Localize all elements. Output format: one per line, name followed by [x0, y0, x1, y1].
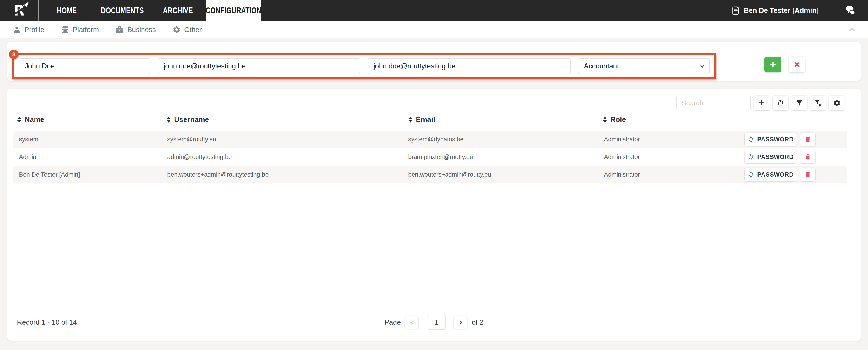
filter-remove-icon [814, 99, 822, 107]
gear-icon [833, 99, 841, 107]
role-select[interactable]: Accountant [578, 58, 710, 74]
chevron-down-icon [700, 63, 705, 68]
refresh-icon [777, 99, 784, 107]
page-number-input[interactable] [427, 315, 445, 330]
cell-username: ben.wouters+admin@routtytesting.be [167, 166, 269, 183]
sort-icon [603, 117, 607, 123]
tab-documents[interactable]: DOCUMENTS [94, 0, 150, 21]
tab-configuration[interactable]: CONFIGURATION [206, 0, 261, 21]
table-row[interactable]: Ben De Tester [Admin] ben.wouters+admin@… [13, 166, 847, 183]
cell-username: system@routty.eu [167, 131, 216, 148]
column-header-role[interactable]: Role [603, 115, 626, 124]
delete-user-button[interactable] [800, 168, 815, 181]
cancel-button[interactable]: × [789, 57, 805, 72]
table-header: Name Username Email Role [13, 115, 847, 130]
table-rows: system system@routty.eu system@dynatos.b… [13, 131, 847, 183]
chat-icon[interactable] [845, 6, 856, 15]
add-row-button[interactable]: + [754, 96, 770, 110]
trash-icon [804, 153, 811, 161]
previous-page-button[interactable] [405, 316, 418, 329]
sort-icon [166, 117, 170, 123]
filter-icon [796, 99, 803, 107]
refresh-icon [747, 171, 754, 178]
subnav-item-business[interactable]: Business [116, 26, 156, 34]
navbar-right: Ben De Tester [Admin] [731, 0, 868, 21]
top-navbar: R HOME DOCUMENTS ARCHIVE CONFIGURATION B… [0, 0, 868, 21]
password-button-label: PASSWORD [757, 153, 794, 161]
delete-user-button[interactable] [800, 150, 815, 164]
delete-user-button[interactable] [800, 133, 815, 146]
page-of-text: of 2 [472, 318, 484, 326]
column-header-username[interactable]: Username [166, 115, 209, 124]
tab-home[interactable]: HOME [39, 0, 94, 21]
column-header-email[interactable]: Email [408, 115, 435, 124]
filter-button[interactable] [792, 96, 807, 110]
cell-role: Administrator [604, 131, 640, 148]
cell-name: Admin [19, 148, 36, 166]
tab-archive[interactable]: ARCHIVE [150, 0, 206, 21]
next-page-button[interactable] [454, 316, 467, 329]
annotation-step-badge: 3 [9, 50, 19, 59]
refresh-button[interactable] [773, 96, 788, 110]
document-icon[interactable] [731, 6, 741, 15]
routty-logo-icon: R [12, 3, 27, 18]
paper-plane-icon [22, 2, 29, 7]
cell-name: system [19, 131, 38, 148]
chevron-left-icon [410, 320, 414, 324]
table-toolbar: + [676, 96, 845, 110]
cell-name: Ben De Tester [Admin] [19, 166, 80, 183]
subnav-item-other[interactable]: Other [173, 26, 202, 34]
subnav-item-platform[interactable]: Platform [61, 26, 99, 34]
briefcase-icon [116, 26, 124, 34]
new-user-name-input[interactable] [19, 58, 150, 74]
refresh-icon [747, 153, 754, 160]
cell-email: system@dynatos.be [408, 131, 464, 148]
table-row[interactable]: system system@routty.eu system@dynatos.b… [13, 131, 847, 148]
sort-icon [17, 117, 21, 123]
clear-filter-button[interactable] [810, 96, 826, 110]
search-input[interactable] [676, 96, 751, 110]
main-nav-tabs: HOME DOCUMENTS ARCHIVE CONFIGURATION [39, 0, 261, 21]
column-header-name[interactable]: Name [17, 115, 44, 124]
reset-password-button[interactable]: PASSWORD [745, 168, 797, 181]
pagination: Page of 2 [384, 315, 484, 330]
reset-password-button[interactable]: PASSWORD [745, 150, 797, 164]
brand-logo[interactable]: R [0, 0, 39, 21]
role-select-value: Accountant [584, 62, 619, 70]
person-icon [13, 26, 21, 34]
chevron-right-icon [458, 320, 462, 324]
cell-email: bram.pinxten@routty.eu [408, 148, 473, 166]
password-button-label: PASSWORD [757, 171, 794, 178]
current-user-name[interactable]: Ben De Tester [Admin] [744, 6, 819, 15]
new-user-form-card: 3 Accountant + × [7, 42, 861, 81]
trash-icon [804, 136, 811, 143]
cell-role: Administrator [604, 166, 640, 183]
new-user-email-input[interactable] [368, 58, 570, 74]
page-label: Page [384, 318, 401, 326]
config-subnav: Profile Platform Business Other [0, 21, 868, 38]
password-button-label: PASSWORD [757, 136, 794, 143]
cell-email: ben.wouters+admin@routty.eu [408, 166, 491, 183]
record-count-text: Record 1 - 10 of 14 [17, 315, 77, 330]
trash-icon [804, 171, 811, 178]
cell-username: admin@routtytesting.be [167, 148, 232, 166]
subnav-item-profile[interactable]: Profile [13, 26, 44, 34]
table-settings-button[interactable] [829, 96, 845, 110]
table-row[interactable]: Admin admin@routtytesting.be bram.pinxte… [13, 148, 847, 166]
collapse-subnav-button[interactable] [848, 27, 855, 32]
chevron-up-icon [849, 27, 855, 33]
new-user-username-input[interactable] [158, 58, 360, 74]
reset-password-button[interactable]: PASSWORD [745, 133, 797, 146]
sort-icon [408, 117, 412, 123]
database-icon [61, 26, 69, 34]
cell-role: Administrator [604, 148, 640, 166]
add-user-button[interactable]: + [765, 57, 781, 72]
users-table-card: + Name [7, 89, 861, 341]
refresh-icon [747, 136, 754, 143]
gear-icon [173, 26, 181, 34]
annotation-rectangle: 3 Accountant [12, 53, 716, 79]
plus-icon: + [759, 99, 765, 107]
